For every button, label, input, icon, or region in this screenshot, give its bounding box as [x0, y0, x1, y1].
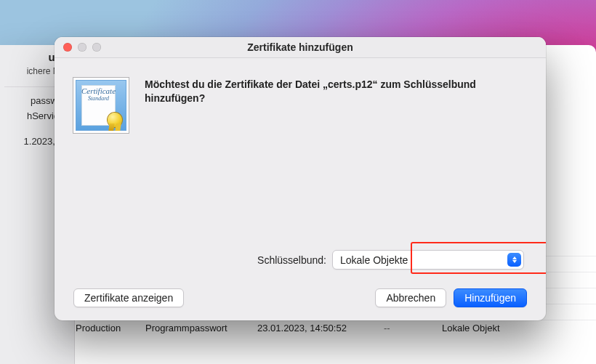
- seal-icon: [108, 113, 122, 127]
- dialog-content: Certificate Standard Möchtest du die Zer…: [55, 57, 546, 320]
- keychain-select-value: Lokale Objekte: [340, 254, 408, 266]
- show-certificates-button[interactable]: Zertifikate anzeigen: [73, 288, 184, 307]
- desktop: ung ichere Noti passwort hServices 1.202…: [0, 0, 596, 364]
- keychain-select[interactable]: Lokale Objekte: [332, 250, 524, 270]
- add-certificates-dialog: Zertifikate hinzufügen Certificate Stand…: [55, 37, 546, 320]
- titlebar[interactable]: Zertifikate hinzufügen: [55, 37, 546, 58]
- dialog-message: Möchtest du die Zertifikate der Datei „c…: [145, 78, 494, 105]
- add-button[interactable]: Hinzufügen: [454, 288, 527, 307]
- keychain-label: Schlüsselbund:: [257, 254, 326, 266]
- certificate-icon: Certificate Standard: [73, 78, 129, 133]
- table-row[interactable]: Production Programmpasswort 23.01.2023, …: [74, 320, 596, 336]
- cancel-button[interactable]: Abbrechen: [375, 288, 446, 307]
- dialog-title: Zertifikate hinzufügen: [55, 41, 546, 53]
- updown-caret-icon: [507, 253, 521, 267]
